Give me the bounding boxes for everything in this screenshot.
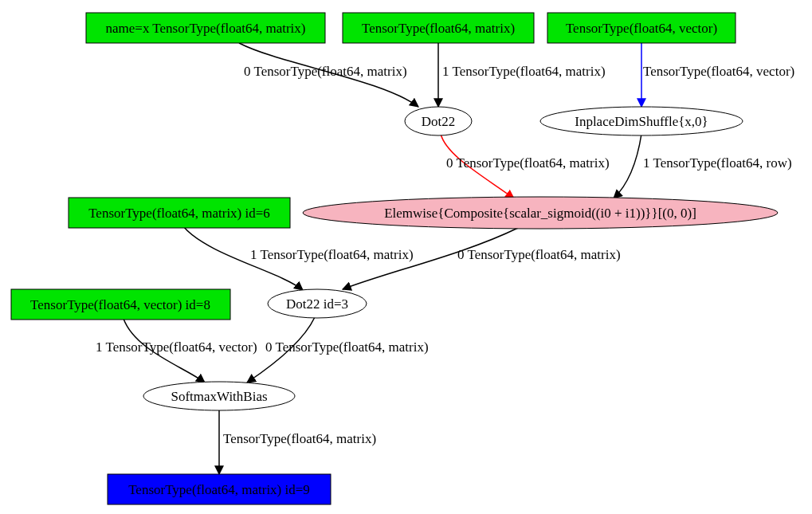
edge-label: 1 TensorType(float64, matrix) xyxy=(442,64,606,79)
node-label: Dot22 xyxy=(422,114,456,129)
node-label: TensorType(float64, matrix) id=9 xyxy=(128,482,310,497)
edge-label: 1 TensorType(float64, vector) xyxy=(96,339,257,355)
edge-label: TensorType(float64, matrix) xyxy=(223,431,376,446)
edge-label: TensorType(float64, vector) xyxy=(643,64,794,79)
edge-label: 0 TensorType(float64, matrix) xyxy=(265,339,429,355)
node-label: Dot22 id=3 xyxy=(286,296,348,312)
node-label: name=x TensorType(float64, matrix) xyxy=(106,21,306,36)
edge-label: 0 TensorType(float64, matrix) xyxy=(244,64,407,79)
edge-label: 1 TensorType(float64, matrix) xyxy=(250,247,414,262)
computation-graph: 0 TensorType(float64, matrix) 1 TensorTy… xyxy=(0,0,812,514)
node-label: InplaceDimShuffle{x,0} xyxy=(575,114,708,129)
edge-label: 0 TensorType(float64, matrix) xyxy=(446,155,610,171)
edge-label: 0 TensorType(float64, matrix) xyxy=(457,247,621,262)
node-label: TensorType(float64, vector) id=8 xyxy=(30,297,210,312)
node-label: TensorType(float64, vector) xyxy=(566,21,717,36)
node-label: TensorType(float64, matrix) id=6 xyxy=(88,206,270,221)
node-label: TensorType(float64, matrix) xyxy=(362,21,515,36)
node-label: Elemwise{Composite{scalar_sigmoid((i0 + … xyxy=(384,206,696,221)
node-label: SoftmaxWithBias xyxy=(171,389,267,404)
edge-label: 1 TensorType(float64, row) xyxy=(643,155,792,171)
edge-dimshuffle-to-elemwise xyxy=(614,134,641,198)
